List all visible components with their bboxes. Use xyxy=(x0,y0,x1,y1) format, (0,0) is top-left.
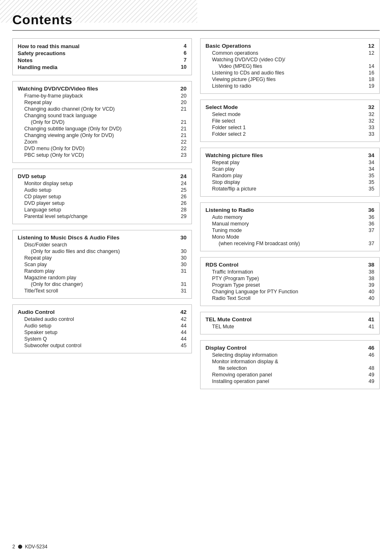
entry-label: Detailed audio control xyxy=(18,316,178,322)
entry-row: Removing operation panel49 xyxy=(205,371,374,378)
entry-page-num: 25 xyxy=(178,187,187,193)
entry-page-num xyxy=(178,242,187,248)
entry-row: Disc/Folder search xyxy=(18,241,187,248)
entry-label: Repeat play xyxy=(205,160,365,165)
entry-label: file selection xyxy=(205,365,365,371)
section-title-basic-operations: Basic Operations12 xyxy=(205,43,374,49)
entry-label: (Only for DVD) xyxy=(18,119,178,125)
entry-page-num: 35 xyxy=(365,186,374,192)
section-title-text: TEL Mute Control xyxy=(205,316,251,323)
entry-label: Magazine random play xyxy=(18,275,178,281)
right-column: Basic Operations12Common operations12Wat… xyxy=(200,38,380,395)
entry-page-num xyxy=(178,275,187,281)
entry-page-num: 46 xyxy=(365,352,374,358)
section-display-control: Display Control46Selecting display infor… xyxy=(200,340,380,389)
entry-page-num: 44 xyxy=(178,330,187,335)
entry-page-num: 42 xyxy=(178,316,187,322)
entry-label: (Only for disc changer) xyxy=(18,281,178,287)
entry-label: Subwoofer output control xyxy=(18,343,178,348)
entry-page-num: 44 xyxy=(178,336,187,342)
entry-label: Video (MPEG) files xyxy=(205,63,365,69)
entry-label: Rotate/flip a picture xyxy=(205,186,365,192)
section-page-num: 12 xyxy=(368,43,374,49)
entry-page-num: 21 xyxy=(178,126,187,132)
section-audio-control: Audio Control42Detailed audio control42A… xyxy=(12,304,192,353)
entry-row: Mono Mode xyxy=(205,234,374,240)
section-rds-control: RDS Control38Traffic Information38PTY (P… xyxy=(200,257,380,306)
entry-page-num: 31 xyxy=(178,281,187,287)
entry-row: Parental level setup/change29 xyxy=(18,213,187,220)
entry-page-num: 37 xyxy=(365,241,374,246)
entry-page-num: 35 xyxy=(365,173,374,179)
entry-label: Watching DVD/VCD (video CD)/ xyxy=(205,57,365,63)
entry-row: Repeat play20 xyxy=(18,99,187,106)
entry-label: Audio setup xyxy=(18,323,178,329)
entry-label: Random play xyxy=(18,268,178,274)
entry-row: file selection48 xyxy=(205,365,374,371)
entry-row: Random play31 xyxy=(18,268,187,274)
entry-label: Audio setup xyxy=(18,187,178,193)
entry-page-num: 44 xyxy=(178,323,187,329)
entry-row: DVD player setup26 xyxy=(18,200,187,207)
entry-label: Parental level setup/change xyxy=(18,214,178,219)
section-title-select-mode: Select Mode32 xyxy=(205,104,374,110)
entry-row: TEL Mute41 xyxy=(205,323,374,330)
entry-label: Monitor display setup xyxy=(18,181,178,186)
entry-label: Viewing picture (JPEG) files xyxy=(205,77,365,82)
section-tel-mute: TEL Mute Control41TEL Mute41 xyxy=(200,312,380,334)
entry-label: File select xyxy=(205,118,365,124)
intro-entry-label: Handling media xyxy=(18,64,178,70)
section-basic-operations: Basic Operations12Common operations12Wat… xyxy=(200,38,380,94)
entry-row: Random play35 xyxy=(205,172,374,179)
entry-label: Removing operation panel xyxy=(205,372,365,378)
entry-row: Common operations12 xyxy=(205,50,374,56)
entry-row: Title/Text scroll31 xyxy=(18,288,187,294)
entry-page-num: 26 xyxy=(178,200,187,206)
entry-page-num: 30 xyxy=(178,262,187,267)
intro-entry-row: Handling media10 xyxy=(18,64,187,71)
section-title-text: Listening to Radio xyxy=(205,207,254,213)
section-page-num: 36 xyxy=(368,207,374,213)
entry-label: Auto memory xyxy=(205,214,365,220)
entry-row: Video (MPEG) files14 xyxy=(205,63,374,70)
entry-label: CD player setup xyxy=(18,194,178,200)
section-intro: How to read this manual4Safety precautio… xyxy=(12,38,192,75)
entry-page-num: 37 xyxy=(365,227,374,233)
entry-label: Folder select 1 xyxy=(205,125,365,130)
section-page-num: 41 xyxy=(368,316,374,323)
section-dvd-setup: DVD setup24Monitor display setup24Audio … xyxy=(12,169,192,224)
page-header: Contents xyxy=(12,12,380,31)
intro-entry-page: 4 xyxy=(178,43,187,49)
entry-row: Auto memory36 xyxy=(205,214,374,220)
entry-row: Detailed audio control42 xyxy=(18,316,187,323)
entry-label: Listening to CDs and audio files xyxy=(205,70,365,76)
entry-page-num: 45 xyxy=(178,343,187,348)
entry-page-num: 22 xyxy=(178,139,187,145)
entry-page-num: 29 xyxy=(178,214,187,219)
entry-row: System Q44 xyxy=(18,336,187,342)
section-watching-dvd: Watching DVD/VCD/Video files20Frame-by-f… xyxy=(12,81,192,163)
entry-label: Monitor information display & xyxy=(205,359,365,364)
entry-page-num xyxy=(365,57,374,63)
entry-page-num: 23 xyxy=(178,152,187,158)
entry-row: Zoom22 xyxy=(18,139,187,145)
entry-label: Listening to radio xyxy=(205,83,365,89)
entry-page-num: 49 xyxy=(365,372,374,378)
section-watching-picture: Watching picture files34Repeat play34Sca… xyxy=(200,148,380,197)
entry-page-num: 16 xyxy=(365,70,374,76)
entry-page-num: 21 xyxy=(178,119,187,125)
entry-label: System Q xyxy=(18,336,178,342)
entry-row: (when receiving FM broadcast only)37 xyxy=(205,240,374,247)
entry-label: (when receiving FM broadcast only) xyxy=(205,241,365,246)
entry-page-num: 40 xyxy=(365,295,374,301)
section-title-watching-dvd: Watching DVD/VCD/Video files20 xyxy=(18,86,187,92)
entry-page-num: 20 xyxy=(178,93,187,99)
entry-page-num: 14 xyxy=(365,63,374,69)
intro-entry-label: Notes xyxy=(18,57,178,63)
footer: 2 KDV-5234 xyxy=(12,544,47,550)
section-title-text: DVD setup xyxy=(18,173,46,179)
section-listening-music: Listening to Music Discs & Audio Files30… xyxy=(12,230,192,299)
entry-label: DVD menu (Only for DVD) xyxy=(18,146,178,151)
entry-row: Subwoofer output control45 xyxy=(18,342,187,349)
entry-page-num: 36 xyxy=(365,221,374,227)
